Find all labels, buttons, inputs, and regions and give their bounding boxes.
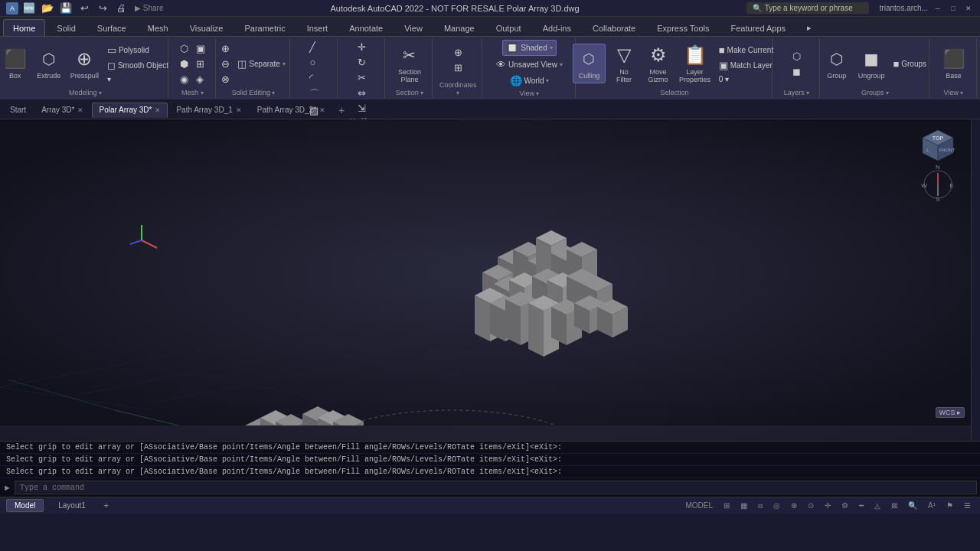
btn-circle[interactable]: ○	[306, 55, 322, 70]
btn-presspull[interactable]: ⊕ Presspull	[67, 44, 103, 83]
doc-tab-array3d[interactable]: Array 3D* ✕	[34, 103, 90, 118]
status-btn-ws[interactable]: ⚑	[943, 500, 956, 510]
btn-layers-1[interactable]: ⬡	[789, 49, 804, 64]
doc-tab-path1[interactable]: Path Array 3D_1 ✕	[169, 103, 248, 118]
status-tab-model[interactable]: Model	[6, 499, 44, 512]
qat-print[interactable]: 🖨	[113, 1, 129, 16]
doc-tab-path2[interactable]: Path Array 3D_2* ✕	[250, 103, 332, 118]
status-tab-layout1[interactable]: Layout1	[50, 499, 94, 512]
tab-solid[interactable]: Solid	[47, 19, 85, 36]
btn-line[interactable]: ╱	[306, 40, 322, 54]
btn-trim[interactable]: ✂	[354, 70, 369, 85]
doc-tab-start[interactable]: Start	[3, 103, 33, 118]
btn-move-gizmo[interactable]: ⚙ MoveGizmo	[642, 41, 675, 86]
status-btn-dyn[interactable]: ⚙	[838, 500, 851, 510]
btn-culling[interactable]: ⬡ Culling	[573, 44, 606, 83]
tab-parametric[interactable]: Parametric	[234, 19, 295, 36]
tab-addins[interactable]: Add-ins	[533, 19, 581, 36]
doc-tab-path1-close[interactable]: ✕	[236, 106, 242, 114]
btn-solid-edit-2[interactable]: ⊖	[218, 57, 233, 71]
tab-output[interactable]: Output	[486, 19, 531, 36]
doc-tab-path2-close[interactable]: ✕	[319, 106, 325, 114]
btn-layer-properties[interactable]: 📋 LayerProperties	[675, 41, 714, 86]
tab-mesh[interactable]: Mesh	[138, 19, 178, 36]
btn-match-layer[interactable]: ▣ Match Layer	[716, 58, 776, 73]
doc-tab-polar-close[interactable]: ✕	[155, 106, 161, 114]
status-btn-sc[interactable]: 🔍	[905, 500, 920, 510]
btn-coord-2[interactable]: ⊞	[451, 60, 466, 75]
minimize-btn[interactable]: ─	[933, 3, 943, 14]
btn-fillet[interactable]: ⌒	[306, 86, 322, 103]
btn-mesh-2[interactable]: ⬢	[177, 57, 191, 71]
tab-home[interactable]: Home	[3, 19, 45, 36]
doc-tab-array3d-close[interactable]: ✕	[77, 106, 83, 114]
status-tab-add[interactable]: +	[100, 500, 113, 512]
status-btn-osnap[interactable]: ⊕	[788, 500, 800, 510]
btn-section-plane[interactable]: ✂ SectionPlane	[394, 41, 426, 86]
btn-shaded[interactable]: 🔲 Shaded ▾	[502, 40, 556, 56]
status-btn-otrack[interactable]: ⊙	[805, 500, 817, 510]
btn-mesh-4[interactable]: ▣	[193, 41, 208, 56]
status-btn-ducs[interactable]: ✛	[822, 500, 834, 510]
tab-express[interactable]: Express Tools	[647, 19, 719, 36]
tab-collaborate[interactable]: Collaborate	[583, 19, 645, 36]
btn-solid-edit-3[interactable]: ⊗	[218, 72, 233, 86]
status-btn-anno[interactable]: A¹	[925, 500, 939, 510]
qat-save[interactable]: 💾	[58, 1, 74, 16]
status-btn-settings[interactable]: ☰	[961, 500, 974, 510]
btn-smooth-object[interactable]: ◻ Smooth Object	[104, 58, 172, 73]
status-btn-polar[interactable]: ◎	[770, 500, 783, 510]
btn-polysolid[interactable]: ▭ Polysolid	[104, 43, 172, 57]
status-btn-lw[interactable]: ━	[856, 500, 867, 510]
tab-annotate[interactable]: Annotate	[339, 19, 393, 36]
btn-coord-1[interactable]: ⊕	[451, 45, 466, 60]
maximize-btn[interactable]: □	[948, 3, 959, 14]
btn-scale[interactable]: ⇲	[354, 101, 369, 116]
btn-mesh-5[interactable]: ⊞	[193, 57, 208, 71]
btn-mesh-6[interactable]: ◈	[193, 72, 208, 86]
btn-mirror[interactable]: ⇔	[354, 86, 369, 100]
doc-tab-new[interactable]: +	[334, 103, 349, 118]
btn-move[interactable]: ✛	[354, 40, 369, 54]
status-btn-ortho[interactable]: ⧈	[755, 500, 766, 511]
status-btn-qp[interactable]: ⊠	[888, 500, 900, 510]
btn-make-current[interactable]: ■ Make Current	[716, 43, 776, 57]
status-btn-grid[interactable]: ⊞	[720, 500, 733, 510]
viewport-scrollbar-right[interactable]	[971, 119, 980, 441]
btn-separate[interactable]: ◫Separate▾	[234, 57, 289, 71]
tab-manage[interactable]: Manage	[434, 19, 485, 36]
btn-unsaved-view[interactable]: 👁 Unsaved View ▾	[493, 57, 566, 72]
cmd-input[interactable]	[15, 481, 977, 494]
doc-tab-polar-array[interactable]: Polar Array 3D* ✕	[92, 103, 168, 118]
btn-extrude[interactable]: ⬡ Extrude	[33, 44, 65, 83]
status-btn-snap[interactable]: ▦	[737, 500, 750, 510]
btn-no-filter[interactable]: ▽ No Filter	[607, 41, 641, 86]
qat-new[interactable]: 🆕	[21, 1, 37, 16]
btn-ungroup[interactable]: ◼ Ungroup	[854, 44, 889, 83]
btn-mesh-1[interactable]: ⬡	[177, 41, 191, 56]
tab-featured[interactable]: Featured Apps	[721, 19, 796, 36]
wcs-label[interactable]: WCS ▸	[936, 407, 965, 418]
qat-open[interactable]: 📂	[40, 1, 55, 16]
tab-insert[interactable]: Insert	[297, 19, 338, 36]
tab-visualize[interactable]: Visualize	[180, 19, 234, 36]
search-box[interactable]: 🔍 Type a keyword or phrase	[746, 2, 869, 14]
close-btn[interactable]: ✕	[963, 3, 974, 14]
share-btn[interactable]: ▶ Share	[135, 4, 163, 12]
tab-more[interactable]: ▸	[797, 19, 822, 36]
btn-mesh-3[interactable]: ◉	[177, 72, 191, 86]
btn-layers-2[interactable]: ◼	[789, 64, 804, 79]
qat-redo[interactable]: ↪	[95, 1, 110, 16]
qat-undo[interactable]: ↩	[77, 1, 92, 16]
btn-modeling-more[interactable]: ▾	[104, 73, 172, 85]
tab-view[interactable]: View	[394, 19, 433, 36]
btn-arc[interactable]: ◜	[306, 70, 322, 85]
btn-solid-edit-1[interactable]: ⊕	[218, 41, 233, 56]
status-btn-tp[interactable]: ◬	[871, 500, 884, 510]
btn-rotate[interactable]: ↻	[354, 55, 369, 70]
btn-group[interactable]: ⬡ Group	[821, 44, 853, 83]
btn-layer-dropdown[interactable]: 0 ▾	[716, 73, 732, 85]
btn-groups-sub[interactable]: ■ Groups	[890, 57, 929, 71]
btn-box[interactable]: ⬛ Box	[0, 44, 31, 83]
user-account[interactable]: triantos.arch...	[880, 4, 928, 12]
